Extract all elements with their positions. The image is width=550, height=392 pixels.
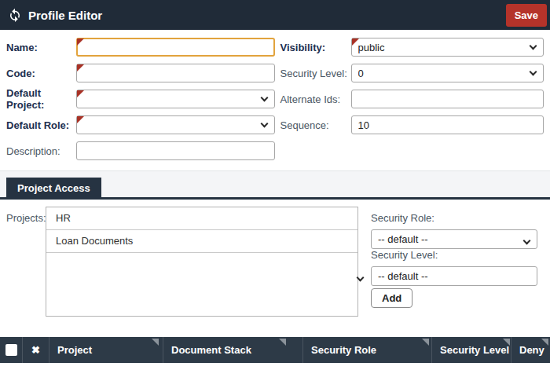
security-level-picker-label: Security Level: <box>371 249 537 261</box>
sort-triangle-icon <box>422 339 429 346</box>
tab-strip: Project Access <box>0 170 550 200</box>
sort-triangle-icon <box>152 339 159 346</box>
projects-label: Projects: <box>6 212 46 224</box>
description-field <box>76 141 275 160</box>
name-input[interactable] <box>76 38 275 57</box>
default-project-select[interactable] <box>76 90 275 108</box>
remove-all-cell[interactable]: ✖ <box>22 337 49 363</box>
column-header-deny[interactable]: Deny <box>511 337 550 363</box>
code-input[interactable] <box>76 64 275 82</box>
page-title: Profile Editor <box>28 9 102 22</box>
projects-listbox: HR Loan Documents <box>46 207 358 317</box>
access-grid-header: ✖ Project Document Stack Security Role S… <box>0 337 550 363</box>
visibility-label: Visibility: <box>280 42 351 53</box>
select-all-cell <box>0 337 22 363</box>
column-header-security-level[interactable]: Security Level <box>431 337 511 363</box>
list-item-project[interactable]: HR <box>46 207 358 230</box>
x-icon: ✖ <box>31 344 40 356</box>
alternate-ids-label: Alternate Ids: <box>280 93 351 105</box>
list-item-project[interactable]: Loan Documents <box>46 230 358 253</box>
default-project-field <box>76 90 275 108</box>
description-input[interactable] <box>76 141 275 160</box>
description-label: Description: <box>6 145 76 157</box>
default-role-select[interactable] <box>76 115 275 134</box>
default-role-label: Default Role: <box>6 119 76 131</box>
column-header-project[interactable]: Project <box>49 337 163 363</box>
access-controls: Security Role: -- default -- Security Le… <box>371 212 537 308</box>
security-level-picker-select[interactable]: -- default -- <box>371 266 537 286</box>
name-label: Name: <box>6 42 76 53</box>
sequence-label: Sequence: <box>280 119 351 131</box>
security-level-field: 0 <box>351 64 544 82</box>
tab-project-access[interactable]: Project Access <box>6 178 101 199</box>
default-project-label: Default Project: <box>6 87 76 111</box>
security-role-picker-field: -- default -- <box>371 232 537 245</box>
project-access-panel: Projects: HR Loan Documents Security Rol… <box>0 200 550 335</box>
sequence-input[interactable] <box>351 115 544 134</box>
security-role-picker-label: Security Role: <box>371 212 537 224</box>
header-bar: Profile Editor Save <box>0 0 550 30</box>
sort-triangle-icon <box>279 339 286 346</box>
code-field <box>76 64 275 82</box>
security-level-label: Security Level: <box>280 68 351 79</box>
save-button[interactable]: Save <box>506 4 547 27</box>
security-role-picker-select[interactable]: -- default -- <box>371 229 537 249</box>
alternate-ids-input[interactable] <box>351 90 544 108</box>
sequence-field <box>351 115 544 134</box>
code-label: Code: <box>6 68 76 79</box>
default-role-field <box>76 115 275 134</box>
name-field <box>76 38 275 57</box>
refresh-icon[interactable] <box>8 8 22 22</box>
security-level-select[interactable]: 0 <box>351 64 544 82</box>
profile-form: Name: Code: Default Project: <box>0 30 550 170</box>
column-header-document-stack[interactable]: Document Stack <box>163 337 302 363</box>
add-button[interactable]: Add <box>371 288 412 308</box>
visibility-field: public <box>351 38 544 57</box>
select-all-checkbox[interactable] <box>6 344 17 356</box>
column-header-security-role[interactable]: Security Role <box>302 337 431 363</box>
visibility-select[interactable]: public <box>351 38 544 57</box>
security-level-picker-field: -- default -- <box>371 269 537 282</box>
alternate-ids-field <box>351 90 544 108</box>
